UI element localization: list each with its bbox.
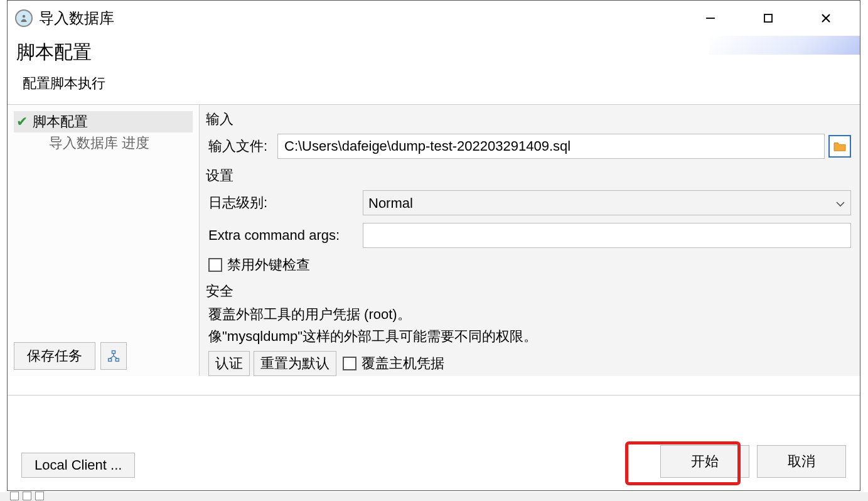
local-client-label: Local Client ... bbox=[35, 457, 122, 473]
override-host-label: 覆盖主机凭据 bbox=[362, 354, 444, 373]
sidebar-item-import-progress[interactable]: 导入数据库 进度 bbox=[14, 132, 193, 154]
import-dialog: 导入数据库 脚本配置 配置脚本执行 bbox=[7, 0, 860, 491]
minimize-button[interactable] bbox=[682, 3, 739, 34]
input-file-field[interactable] bbox=[277, 134, 825, 159]
window-title: 导入数据库 bbox=[39, 8, 114, 28]
svg-rect-5 bbox=[112, 351, 115, 353]
maximize-button[interactable] bbox=[739, 3, 797, 34]
reset-default-button[interactable]: 重置为默认 bbox=[254, 351, 336, 376]
log-level-row: 日志级别: Normal bbox=[205, 186, 855, 219]
dialog-header: 脚本配置 配置脚本执行 bbox=[8, 36, 860, 104]
fk-check-row: 禁用外键检查 bbox=[205, 252, 855, 278]
input-file-label: 输入文件: bbox=[208, 137, 277, 156]
extra-args-row: Extra command args: bbox=[205, 219, 855, 252]
extra-args-label: Extra command args: bbox=[208, 227, 363, 244]
auth-button-label: 认证 bbox=[215, 354, 243, 373]
page-subtitle: 配置脚本执行 bbox=[23, 74, 851, 93]
wizard-sidebar: ✔ 脚本配置 导入数据库 进度 保存任务 bbox=[8, 105, 200, 376]
page-title: 脚本配置 bbox=[16, 40, 851, 65]
disable-fk-checkbox[interactable]: 禁用外键检查 bbox=[208, 256, 310, 274]
svg-rect-2 bbox=[764, 14, 772, 22]
svg-rect-7 bbox=[115, 358, 119, 361]
folder-icon bbox=[833, 141, 847, 152]
auth-button[interactable]: 认证 bbox=[208, 351, 250, 376]
config-content: 输入 输入文件: 设置 日志级别: Norma bbox=[200, 105, 860, 376]
save-task-label: 保存任务 bbox=[27, 347, 82, 365]
close-button[interactable] bbox=[797, 3, 855, 34]
flow-icon bbox=[107, 350, 120, 362]
start-button[interactable]: 开始 bbox=[660, 445, 749, 478]
app-icon bbox=[15, 9, 33, 27]
reset-default-label: 重置为默认 bbox=[260, 354, 330, 373]
dialog-footer: Local Client ... 开始 取消 bbox=[8, 395, 860, 490]
save-task-button[interactable]: 保存任务 bbox=[14, 342, 95, 370]
disable-fk-label: 禁用外键检查 bbox=[227, 256, 310, 274]
override-host-checkbox[interactable]: 覆盖主机凭据 bbox=[343, 354, 444, 373]
settings-group-title: 设置 bbox=[206, 166, 855, 185]
titlebar: 导入数据库 bbox=[8, 1, 860, 36]
browse-file-button[interactable] bbox=[828, 135, 851, 158]
sidebar-item-label: 脚本配置 bbox=[33, 112, 88, 131]
dialog-body: ✔ 脚本配置 导入数据库 进度 保存任务 bbox=[8, 104, 860, 376]
security-line2: 像"mysqldump"这样的外部工具可能需要不同的权限。 bbox=[208, 325, 851, 347]
check-icon: ✔ bbox=[15, 114, 29, 130]
log-level-label: 日志级别: bbox=[208, 193, 363, 212]
sidebar-item-script-config[interactable]: ✔ 脚本配置 bbox=[14, 111, 193, 132]
extra-args-field[interactable] bbox=[363, 223, 851, 248]
input-group-title: 输入 bbox=[206, 110, 855, 129]
window-controls bbox=[682, 3, 855, 34]
configure-task-button[interactable] bbox=[100, 342, 127, 370]
svg-point-0 bbox=[23, 15, 26, 18]
local-client-button[interactable]: Local Client ... bbox=[21, 453, 135, 478]
cancel-button[interactable]: 取消 bbox=[757, 445, 846, 478]
start-button-label: 开始 bbox=[691, 452, 719, 471]
background-strip bbox=[0, 492, 868, 501]
security-line1: 覆盖外部工具的用户凭据 (root)。 bbox=[208, 303, 851, 325]
checkbox-box bbox=[208, 258, 222, 272]
security-group-title: 安全 bbox=[206, 282, 855, 301]
log-level-select[interactable]: Normal bbox=[363, 190, 851, 215]
security-description: 覆盖外部工具的用户凭据 (root)。 像"mysqldump"这样的外部工具可… bbox=[205, 302, 855, 351]
input-file-row: 输入文件: bbox=[205, 130, 855, 163]
svg-rect-6 bbox=[109, 358, 112, 361]
security-actions: 认证 重置为默认 覆盖主机凭据 bbox=[205, 351, 855, 381]
checkbox-box bbox=[343, 357, 356, 370]
cancel-button-label: 取消 bbox=[788, 452, 815, 471]
sidebar-item-label: 导入数据库 进度 bbox=[49, 134, 149, 153]
